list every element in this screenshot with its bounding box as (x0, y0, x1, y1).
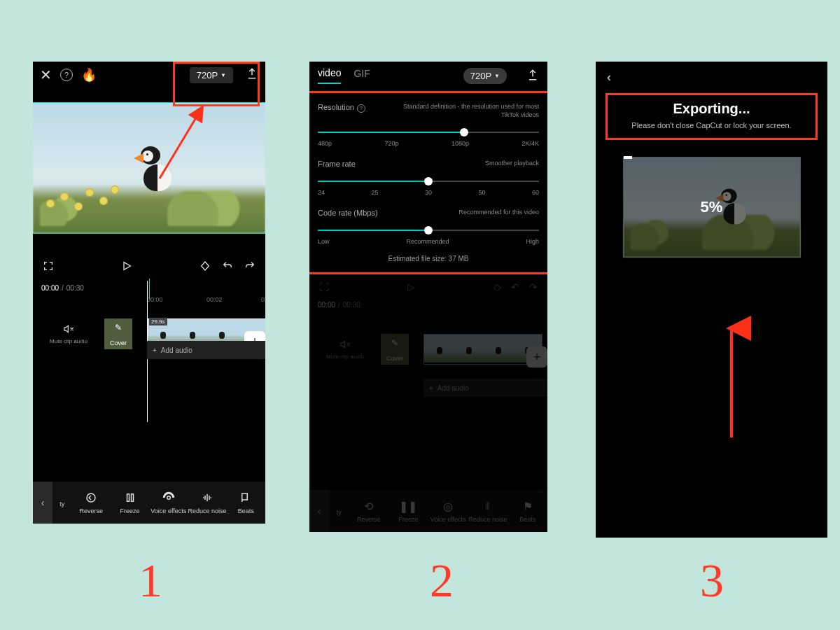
coderate-desc: Recommended for this video (458, 209, 539, 217)
framerate-label: Frame rate (318, 160, 356, 168)
step-number-2: 2 (430, 553, 454, 608)
beats-icon (227, 491, 265, 505)
chevron-down-icon: ▼ (220, 72, 226, 78)
undo-icon[interactable] (222, 260, 233, 274)
flame-icon[interactable]: 🔥 (81, 67, 97, 83)
tool-cut[interactable]: ty (52, 498, 72, 507)
redo-icon[interactable] (244, 260, 255, 274)
back-button[interactable]: ‹ (596, 62, 827, 93)
screenshot-step-3: ‹ Exporting... Please don't close CapCut… (596, 62, 827, 538)
coderate-label: Code rate (Mbps) (318, 209, 378, 217)
coderate-ticks: LowRecommendedHigh (318, 238, 539, 245)
highlight-exporting: Exporting... Please don't close CapCut o… (606, 93, 818, 140)
quality-button[interactable]: 720P ▼ (190, 67, 233, 83)
screenshot-step-2: video GIF 720P▼ Resolution? Standard def… (309, 62, 547, 532)
fullscreen-icon[interactable] (43, 260, 54, 274)
puffin-subject (138, 146, 180, 191)
tab-gif[interactable]: GIF (354, 68, 370, 83)
export-percent: 5% (624, 158, 800, 257)
time-total: 00:30 (66, 284, 84, 292)
tool-voice-effects[interactable]: Voice effects (149, 491, 188, 514)
timeline[interactable]: 00:00 00:02 0 Mute clip audio ✎ Cover 29… (33, 296, 265, 394)
resolution-label: Resolution? (318, 103, 365, 113)
freeze-icon (111, 491, 149, 505)
export-icon[interactable] (246, 67, 258, 83)
quality-value: 720P (197, 70, 218, 80)
resolution-ticks: 480p720p1080p2K/4K (318, 140, 539, 147)
playback-controls (33, 255, 265, 280)
step-number-1: 1 (139, 553, 162, 608)
play-icon: ▷ (407, 281, 415, 293)
noise-icon (188, 491, 226, 505)
time-current: 00:00 (41, 284, 59, 292)
tool-freeze[interactable]: Freeze (111, 491, 149, 514)
close-icon[interactable]: ✕ (40, 66, 52, 83)
mute-clip-button[interactable]: Mute clip audio (33, 323, 104, 344)
info-icon[interactable]: ? (357, 104, 365, 113)
export-preview: 5% (623, 157, 801, 258)
top-bar: ✕ ? 🔥 720P ▼ (33, 62, 265, 88)
playback-controls-dim: ⛶▷ ◇↶↷ (309, 277, 547, 297)
tab-video[interactable]: video (318, 67, 341, 84)
tool-reverse[interactable]: Reverse (72, 491, 111, 514)
svg-point-0 (87, 493, 95, 502)
svg-rect-1 (127, 494, 129, 502)
resolution-slider[interactable] (318, 126, 539, 139)
resolution-desc: Standard definition - the resolution use… (399, 103, 539, 119)
step-number-3: 3 (700, 553, 724, 608)
exporting-title: Exporting... (613, 101, 810, 117)
svg-point-3 (167, 496, 171, 500)
coderate-slider[interactable] (318, 224, 539, 237)
video-preview[interactable] (33, 102, 265, 234)
plus-icon: + (153, 346, 157, 354)
time-ruler: 00:00 00:02 0 (33, 296, 265, 306)
speaker-mute-icon (33, 323, 104, 337)
play-icon[interactable] (121, 260, 132, 274)
estimated-size: Estimated file size: 37 MB (318, 255, 539, 262)
export-icon[interactable] (526, 69, 539, 83)
fullscreen-icon: ⛶ (319, 281, 329, 293)
edit-icon: ✎ (115, 323, 122, 332)
export-settings-panel: Resolution? Standard definition - the re… (309, 91, 547, 274)
screenshot-step-1: ✕ ? 🔥 720P ▼ 00:0 (33, 62, 265, 524)
framerate-desc: Smoother playback (485, 160, 539, 168)
add-audio-row[interactable]: + Add audio (147, 341, 265, 359)
reverse-icon (72, 491, 111, 505)
framerate-slider[interactable] (318, 175, 539, 188)
svg-rect-2 (131, 494, 133, 502)
bottom-toolbar: ‹ ty Reverse Freeze Voice effects Reduce… (33, 482, 265, 524)
tool-reduce-noise[interactable]: Reduce noise (188, 491, 226, 514)
cover-thumbnail[interactable]: ✎ Cover (104, 318, 132, 349)
chevron-down-icon: ▼ (494, 73, 500, 79)
voice-icon (149, 491, 188, 505)
export-tabs: video GIF 720P▼ (309, 62, 547, 84)
keyframe-icon[interactable] (200, 260, 211, 274)
tool-beats[interactable]: Beats (227, 491, 265, 514)
quality-button[interactable]: 720P▼ (463, 68, 507, 84)
help-icon[interactable]: ? (60, 69, 73, 81)
framerate-ticks: 2425305060 (318, 189, 539, 196)
toolbar-back-button[interactable]: ‹ (33, 482, 52, 524)
exporting-subtitle: Please don't close CapCut or lock your s… (613, 121, 810, 130)
clip-duration-tag: 29.9s (149, 318, 167, 326)
